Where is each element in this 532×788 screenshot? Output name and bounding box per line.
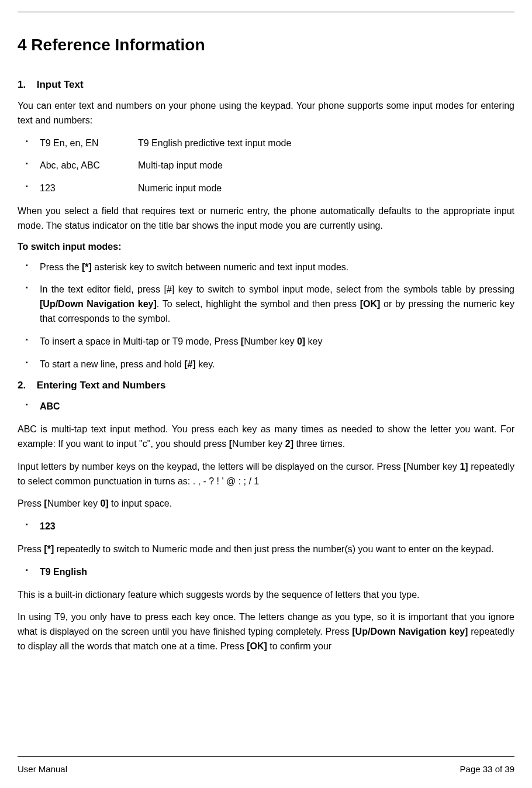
- footer-right: Page 33 of 39: [460, 764, 514, 774]
- list-item: To insert a space in Multi-tap or T9 mod…: [18, 335, 514, 349]
- list-item: 123 Numeric input mode: [18, 181, 514, 196]
- mode-name: Abc, abc, ABC: [40, 159, 138, 173]
- mode-name: 123: [40, 181, 138, 196]
- abc-paragraph-1: ABC is multi-tap text input method. You …: [18, 422, 514, 452]
- key-ref: 1]: [460, 462, 468, 472]
- abc-paragraph-2: Input letters by number keys on the keyp…: [18, 460, 514, 489]
- key-ref: [Up/Down Navigation key]: [40, 299, 157, 309]
- mode-desc: Multi-tap input mode: [138, 159, 514, 173]
- section-number: 1.: [18, 79, 34, 91]
- text: three times.: [293, 439, 345, 449]
- abc-bullet: ABC: [18, 400, 514, 414]
- key-ref: 0]: [100, 498, 108, 508]
- key-ref: [#]: [184, 359, 196, 369]
- key-ref: [Up/Down Navigation key]: [352, 627, 468, 636]
- text: to input space.: [109, 498, 172, 508]
- text: To insert a space in Multi-tap or T9 mod…: [40, 336, 241, 346]
- mode-desc: T9 English predictive text input mode: [138, 136, 514, 151]
- list-item: ABC: [18, 400, 514, 414]
- t9-bullet: T9 English: [18, 565, 514, 580]
- text: . To select, highlight the symbol and th…: [157, 299, 360, 309]
- list-item: T9 English: [18, 565, 514, 580]
- input-modes-list: T9 En, en, EN T9 English predictive text…: [18, 136, 514, 196]
- t9-paragraph-1: This is a built-in dictionary feature wh…: [18, 588, 514, 603]
- text: Input letters by number keys on the keyp…: [18, 462, 403, 472]
- mode-desc: Numeric input mode: [138, 181, 514, 196]
- text: Press: [18, 498, 44, 508]
- section-title: Input Text: [37, 79, 84, 90]
- text: In the text editor field, press [#] key …: [40, 284, 514, 294]
- footer-rule: [18, 756, 514, 757]
- section-title: Entering Text and Numbers: [37, 380, 166, 391]
- page-footer: User Manual Page 33 of 39: [18, 756, 514, 774]
- list-item: 123: [18, 519, 514, 534]
- top-rule: [18, 12, 514, 12]
- key-ref: [OK]: [360, 299, 381, 309]
- key-ref: [*]: [44, 544, 54, 554]
- auto-mode-paragraph: When you select a field that requires te…: [18, 204, 514, 233]
- text: To start a new line, press and hold: [40, 359, 184, 369]
- text: Number key: [406, 462, 460, 472]
- text: key.: [196, 359, 215, 369]
- footer-left: User Manual: [18, 764, 67, 774]
- text: Number key: [47, 498, 101, 508]
- t9-paragraph-2: In using T9, you only have to press each…: [18, 610, 514, 653]
- key-ref: [*]: [82, 262, 92, 272]
- list-item: Abc, abc, ABC Multi-tap input mode: [18, 159, 514, 173]
- 123-paragraph: Press [*] repeatedly to switch to Numeri…: [18, 542, 514, 557]
- section-number: 2.: [18, 380, 34, 391]
- switch-modes-heading: To switch input modes:: [18, 242, 514, 252]
- text: Number key: [232, 439, 285, 449]
- text: Press the: [40, 262, 82, 272]
- key-ref: 0]: [297, 336, 305, 346]
- text: Press: [18, 544, 44, 554]
- text: repeatedly to switch to Numeric mode and…: [54, 544, 493, 554]
- text: key: [305, 336, 322, 346]
- key-ref: [OK]: [247, 641, 267, 651]
- text: to confirm your: [267, 641, 331, 651]
- abc-paragraph-3: Press [Number key 0] to input space.: [18, 497, 514, 511]
- 123-bullet: 123: [18, 519, 514, 534]
- list-item: In the text editor field, press [#] key …: [18, 283, 514, 326]
- section-1-intro: You can enter text and numbers on your p…: [18, 99, 514, 128]
- section-1-heading: 1. Input Text: [18, 79, 514, 91]
- key-ref: 2]: [285, 439, 293, 449]
- chapter-title: 4 Reference Information: [18, 36, 514, 54]
- section-2-heading: 2. Entering Text and Numbers: [18, 380, 514, 391]
- mode-name: T9 En, en, EN: [40, 136, 138, 151]
- list-item: Press the [*] asterisk key to switch bet…: [18, 260, 514, 275]
- text: Number key: [244, 336, 297, 346]
- list-item: To start a new line, press and hold [#] …: [18, 357, 514, 372]
- switch-modes-list: Press the [*] asterisk key to switch bet…: [18, 260, 514, 372]
- list-item: T9 En, en, EN T9 English predictive text…: [18, 136, 514, 151]
- text: asterisk key to switch between numeric a…: [92, 262, 348, 272]
